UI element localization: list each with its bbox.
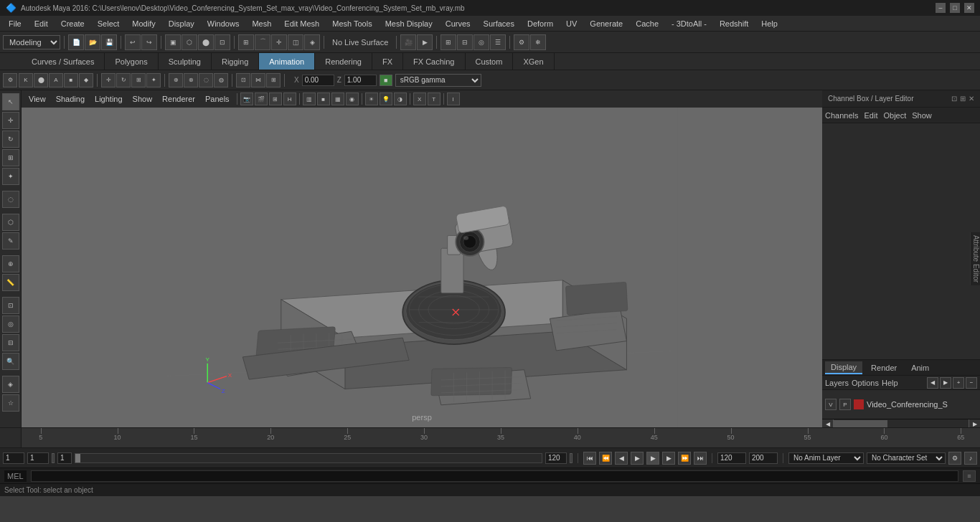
vp-menu-view[interactable]: View xyxy=(24,93,50,105)
vp-isolate-btn[interactable]: I xyxy=(447,92,460,105)
hide-left[interactable]: ☆ xyxy=(2,394,19,412)
scale-tool-left[interactable]: ⊞ xyxy=(2,149,19,166)
minimize-button[interactable]: – xyxy=(936,3,946,13)
mode-dropdown[interactable]: Modeling xyxy=(3,35,60,49)
show-ui-button[interactable]: ⊞ xyxy=(440,34,456,50)
tab-sculpting[interactable]: Sculpting xyxy=(159,53,212,70)
vp-light1-btn[interactable]: ☀ xyxy=(365,92,378,105)
tool-settings-button[interactable]: ⚙ xyxy=(3,73,17,87)
menu-mesh-tools[interactable]: Mesh Tools xyxy=(326,18,377,29)
constraint-button[interactable]: ⊡ xyxy=(236,73,250,87)
vp-menu-show[interactable]: Show xyxy=(128,93,157,105)
hide-button[interactable]: ⊟ xyxy=(457,34,473,50)
obj-list-button[interactable]: ☰ xyxy=(490,34,506,50)
channel-box-settings-btn[interactable]: ⊡ xyxy=(951,95,957,103)
menu-mesh[interactable]: Mesh xyxy=(246,18,277,29)
layer-opt-layers[interactable]: Layers xyxy=(825,379,849,387)
auto-key-button[interactable]: A xyxy=(49,73,63,87)
anim-layer-dropdown[interactable]: No Anim Layer xyxy=(788,452,864,464)
vp-shadow-btn[interactable]: ◑ xyxy=(394,92,407,105)
soft-mod-left[interactable]: ◌ xyxy=(2,191,19,208)
vp-hud-btn[interactable]: H xyxy=(283,92,296,105)
go-to-start-btn[interactable]: ⏮ xyxy=(583,452,596,465)
char-set-dropdown[interactable]: No Character Set xyxy=(867,452,946,464)
menu-generate[interactable]: Generate xyxy=(584,18,628,29)
pivot-button[interactable]: ⊕ xyxy=(169,73,183,87)
snap-point-button[interactable]: ✛ xyxy=(271,34,287,50)
universal-tool-button[interactable]: ✦ xyxy=(146,73,161,87)
menu-uv[interactable]: UV xyxy=(560,18,583,29)
menu-display[interactable]: Display xyxy=(163,18,200,29)
layer-tab-anim[interactable]: Anim xyxy=(905,362,935,374)
vp-smooth-btn[interactable]: ■ xyxy=(317,92,330,105)
menu-modify[interactable]: Modify xyxy=(126,18,161,29)
layer-new-btn[interactable]: + xyxy=(953,377,964,389)
layer-prev-btn[interactable]: ◀ xyxy=(927,377,938,389)
lasso-left[interactable]: ⬡ xyxy=(2,214,19,231)
timeline-ruler[interactable]: 5 10 15 20 25 30 35 40 xyxy=(22,428,980,447)
slider-value-input[interactable] xyxy=(57,452,72,464)
paint-select-button[interactable]: ⬤ xyxy=(198,34,214,50)
snap-left[interactable]: ⊕ xyxy=(2,255,19,272)
measure-left[interactable]: 📏 xyxy=(2,274,19,291)
menu-windows[interactable]: Windows xyxy=(202,18,245,29)
paint-left[interactable]: ✎ xyxy=(2,232,19,250)
layer-tab-render[interactable]: Render xyxy=(865,362,903,374)
menu-surfaces[interactable]: Surfaces xyxy=(478,18,520,29)
vp-flat-btn[interactable]: ▦ xyxy=(331,92,344,105)
key-tool-button[interactable]: K xyxy=(19,73,33,87)
menu-3dto-all[interactable]: - 3DtoAll - xyxy=(666,18,712,29)
vp-menu-panels[interactable]: Panels xyxy=(201,93,234,105)
layer-del-btn[interactable]: − xyxy=(966,377,977,389)
channel-box-pin-btn[interactable]: ⊞ xyxy=(960,95,966,103)
snap-view-button[interactable]: ◫ xyxy=(288,34,303,50)
layer-color-swatch[interactable] xyxy=(854,399,864,409)
tab-object[interactable]: Object xyxy=(883,111,906,120)
slider-left-btn[interactable] xyxy=(52,453,55,463)
viewport[interactable]: View Shading Lighting Show Renderer Pane… xyxy=(22,90,822,427)
snap-grid-button[interactable]: ⊞ xyxy=(238,34,254,50)
layer-v-button[interactable]: V xyxy=(825,399,837,410)
vp-film-btn[interactable]: 🎬 xyxy=(255,92,268,105)
menu-select[interactable]: Select xyxy=(92,18,126,29)
vp-menu-lighting[interactable]: Lighting xyxy=(90,93,127,105)
pivot2-button[interactable]: ⊗ xyxy=(184,73,198,87)
isolate-button[interactable]: ◎ xyxy=(473,34,489,50)
vp-menu-shading[interactable]: Shading xyxy=(52,93,89,105)
frame-current-input[interactable] xyxy=(27,452,49,464)
construction-history-button[interactable]: ⚙ xyxy=(514,34,529,50)
menu-edit-mesh[interactable]: Edit Mesh xyxy=(278,18,325,29)
group-button[interactable]: ⊞ xyxy=(266,73,281,87)
camera-button[interactable]: 🎥 xyxy=(400,34,416,50)
new-file-button[interactable]: 📄 xyxy=(68,34,84,50)
max-frame-input[interactable] xyxy=(749,452,778,464)
tab-xgen[interactable]: XGen xyxy=(513,53,554,70)
timeline-area[interactable]: 5 10 15 20 25 30 35 40 xyxy=(0,427,980,447)
select-button[interactable]: ▣ xyxy=(165,34,181,50)
set-key-button[interactable]: ⬤ xyxy=(34,73,48,87)
universal-tool-left[interactable]: ✦ xyxy=(2,168,19,185)
vp-camera-btn[interactable]: 📷 xyxy=(240,92,253,105)
layer-next-btn[interactable]: ▶ xyxy=(940,377,951,389)
tab-channels[interactable]: Channels xyxy=(825,111,858,120)
sound-btn[interactable]: ♪ xyxy=(964,452,977,465)
frame-start-input[interactable] xyxy=(3,452,24,464)
parent-button[interactable]: ⋈ xyxy=(251,73,265,87)
camera-move-left[interactable]: ⊡ xyxy=(2,297,19,314)
step-back-btn[interactable]: ⏪ xyxy=(599,452,612,465)
menu-deform[interactable]: Deform xyxy=(522,18,559,29)
layer-scrollbar[interactable]: ◀ ▶ xyxy=(822,419,980,427)
close-button[interactable]: ✕ xyxy=(964,3,974,13)
select-all-button[interactable]: ⊡ xyxy=(215,34,230,50)
gamma-color-btn[interactable]: ■ xyxy=(380,75,392,86)
step-forward-btn[interactable]: ⏩ xyxy=(678,452,691,465)
attribute-editor-label[interactable]: Attribute Editor xyxy=(970,232,980,285)
tab-custom[interactable]: Custom xyxy=(466,53,514,70)
vp-xray-btn[interactable]: X xyxy=(413,92,426,105)
x-input[interactable] xyxy=(302,75,334,86)
slider-right-btn[interactable] xyxy=(570,453,573,463)
prev-frame-btn[interactable]: ◀ xyxy=(615,452,628,465)
next-frame-btn[interactable]: ▶ xyxy=(662,452,675,465)
layer-tab-display[interactable]: Display xyxy=(825,361,862,374)
vp-ambient-btn[interactable]: ◉ xyxy=(346,92,359,105)
